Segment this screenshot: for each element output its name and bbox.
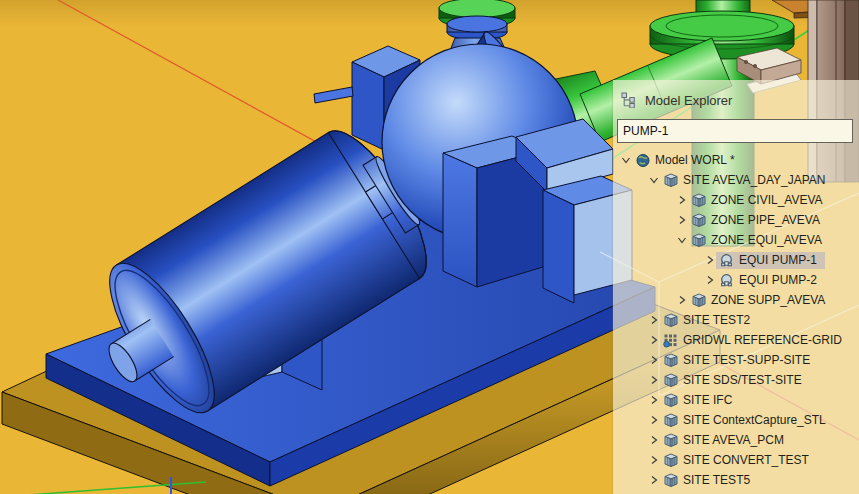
chevron-right-icon[interactable] [675,294,688,307]
pump-icon [719,253,735,268]
tree-item-site-contextcapture-stl[interactable]: SITE ContextCapture_STL [613,410,859,430]
tree-item-zone-equi-aveva[interactable]: ZONE EQUI_AVEVA [613,230,859,250]
tree-item-equi-pump-1[interactable]: EQUI PUMP-1 [613,250,859,270]
tree-item-site-aveva-pcm[interactable]: SITE AVEVA_PCM [613,430,859,450]
tree-item-label: ZONE EQUI_AVEVA [711,233,822,247]
tree-item-body: Model WORL * [632,152,743,169]
panel-title: Model Explorer [645,93,732,108]
chevron-down-icon[interactable] [619,154,632,167]
chevron-right-icon[interactable] [703,254,716,267]
tree-item-body: ZONE CIVIL_AVEVA [688,192,831,209]
chevron-down-icon[interactable] [675,234,688,247]
chevron-right-icon[interactable] [647,474,660,487]
tree-item-label: SITE CONVERT_TEST [683,453,809,467]
pump-icon [719,273,735,288]
tree-item-label: Model WORL * [655,153,735,167]
chevron-right-icon[interactable] [647,394,660,407]
model-tree: Model WORL * SITE AVEVA_DAY_JAPAN ZONE C… [613,150,859,494]
tree-item-body: EQUI PUMP-1 [716,252,825,269]
model-explorer-panel: Model Explorer Model WORL * SITE AVEVA_D… [613,80,859,494]
tree-item-label: EQUI PUMP-1 [739,253,817,267]
chevron-right-icon[interactable] [675,194,688,207]
box-icon [691,233,707,248]
box-icon [691,293,707,308]
chevron-right-icon[interactable] [703,274,716,287]
tree-item-label: EQUI PUMP-2 [739,273,817,287]
tree-item-site-test2[interactable]: SITE TEST2 [613,310,859,330]
tree-item-equi-pump-2[interactable]: EQUI PUMP-2 [613,270,859,290]
tree-item-body: SITE AVEVA_DAY_JAPAN [660,172,834,189]
tree-item-body: GRIDWL REFERENCE-GRID [660,332,850,349]
tree-item-body: ZONE SUPP_AVEVA [688,292,833,309]
chevron-right-icon[interactable] [675,214,688,227]
tree-item-zone-supp-aveva[interactable]: ZONE SUPP_AVEVA [613,290,859,310]
tree-item-zone-pipe-aveva[interactable]: ZONE PIPE_AVEVA [613,210,859,230]
tree-item-label: SITE TEST-SUPP-SITE [683,353,810,367]
tree-item-body: SITE TEST-SUPP-SITE [660,352,818,369]
tree-item-label: SITE AVEVA_PCM [683,433,784,447]
tree-item-body: SITE TEST2 [660,312,758,329]
tree-item-label: SITE TEST2 [683,313,750,327]
tree-item-gridwl-reference-grid[interactable]: GRIDWL REFERENCE-GRID [613,330,859,350]
tree-item-body: EQUI PUMP-2 [716,272,825,289]
box-icon [663,173,679,188]
chevron-right-icon[interactable] [647,414,660,427]
tree-item-label: SITE ContextCapture_STL [683,413,826,427]
tree-item-label: ZONE CIVIL_AVEVA [711,193,823,207]
box-icon [691,213,707,228]
chevron-right-icon[interactable] [647,374,660,387]
tree-item-label: SITE AVEVA_DAY_JAPAN [683,173,826,187]
tree-item-site-sds-test-site[interactable]: SITE SDS/TEST-SITE [613,370,859,390]
globe-icon [635,153,651,168]
tree-item-label: SITE TEST5 [683,473,750,487]
box-icon [663,453,679,468]
tree-item-site-convert-test[interactable]: SITE CONVERT_TEST [613,450,859,470]
box-icon [663,313,679,328]
tree-item-label: ZONE PIPE_AVEVA [711,213,820,227]
tree-item-body: SITE SDS/TEST-SITE [660,372,810,389]
tree-item-body: SITE CONVERT_TEST [660,452,817,469]
search-input[interactable] [617,119,853,143]
tree-item-zone-civil-aveva[interactable]: ZONE CIVIL_AVEVA [613,190,859,210]
model-explorer-icon [621,92,636,108]
box-icon [663,393,679,408]
application-window: Model Explorer Model WORL * SITE AVEVA_D… [0,0,859,494]
chevron-right-icon[interactable] [647,434,660,447]
chevron-right-icon[interactable] [647,354,660,367]
tree-item-label: SITE SDS/TEST-SITE [683,373,802,387]
tree-item-model-worl[interactable]: Model WORL * [613,150,859,170]
tree-item-site-aveva-day-japan[interactable]: SITE AVEVA_DAY_JAPAN [613,170,859,190]
box-icon [663,433,679,448]
chevron-right-icon[interactable] [647,314,660,327]
box-icon [663,353,679,368]
tree-item-body: ZONE EQUI_AVEVA [688,232,830,249]
model-explorer-header[interactable]: Model Explorer [613,80,859,114]
tree-item-body: SITE AVEVA_PCM [660,432,792,449]
chevron-right-icon[interactable] [647,334,660,347]
tree-item-site-test5[interactable]: SITE TEST5 [613,470,859,490]
tree-item-site-test-supp-site[interactable]: SITE TEST-SUPP-SITE [613,350,859,370]
box-icon [663,373,679,388]
tree-item-label: GRIDWL REFERENCE-GRID [683,333,842,347]
box-icon [663,473,679,488]
tree-item-label: ZONE SUPP_AVEVA [711,293,825,307]
tree-item-label: SITE IFC [683,393,732,407]
tree-item-body: SITE IFC [660,392,740,409]
tree-item-grwl-ifc-import[interactable]: GRWL IFC_Import [613,490,859,494]
chevron-down-icon[interactable] [647,174,660,187]
tree-item-site-ifc[interactable]: SITE IFC [613,390,859,410]
grid-icon [663,333,679,348]
box-icon [691,193,707,208]
box-icon [663,413,679,428]
chevron-right-icon[interactable] [647,454,660,467]
tree-item-body: SITE ContextCapture_STL [660,412,834,429]
tree-item-body: ZONE PIPE_AVEVA [688,212,828,229]
tree-item-body: SITE TEST5 [660,472,758,489]
